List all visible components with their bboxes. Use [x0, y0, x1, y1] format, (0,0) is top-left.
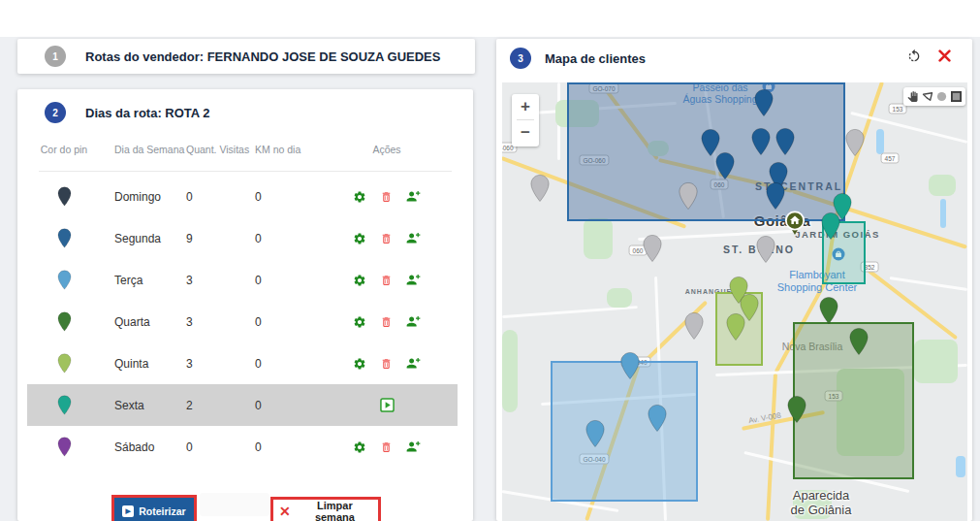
- close-map-button[interactable]: [938, 49, 951, 62]
- table-row-domingo[interactable]: Domingo00: [17, 176, 473, 217]
- table-row-segunda[interactable]: Segunda90: [17, 217, 473, 259]
- table-row-sabado[interactable]: Sábado00: [17, 426, 473, 468]
- roteirizar-label: Roteirizar: [139, 505, 185, 517]
- day-label: Sábado: [114, 440, 186, 454]
- delete-day-button[interactable]: [380, 274, 393, 287]
- actions-cell: [330, 190, 473, 204]
- rectangle-tool-button[interactable]: [951, 91, 962, 102]
- client-pin[interactable]: [679, 181, 699, 210]
- config-day-button[interactable]: [353, 315, 366, 329]
- region-terca[interactable]: [551, 361, 698, 502]
- client-pin[interactable]: [756, 235, 776, 263]
- client-pin[interactable]: [821, 212, 841, 240]
- client-pin[interactable]: [819, 296, 839, 324]
- table-row-quinta[interactable]: Quinta30: [17, 342, 473, 384]
- delete-day-button[interactable]: [380, 315, 393, 329]
- km-value: 0: [255, 232, 330, 245]
- client-pin[interactable]: [726, 312, 746, 341]
- view-route-button[interactable]: [380, 398, 395, 412]
- client-pin[interactable]: [787, 395, 807, 423]
- add-client-button[interactable]: [406, 190, 421, 203]
- client-pin[interactable]: [684, 311, 705, 340]
- step-badge-3: 3: [510, 48, 531, 69]
- client-pin[interactable]: [775, 127, 796, 155]
- pin-color-sexta: [39, 395, 89, 415]
- add-client-button[interactable]: [406, 315, 421, 328]
- table-header-divider: [39, 171, 452, 172]
- client-map[interactable]: + − Passeio das Águas ShoppingST. CENTRA…: [502, 82, 967, 521]
- delete-day-button[interactable]: [380, 357, 393, 371]
- route-days-title: Dias da rota: ROTA 2: [85, 106, 210, 120]
- panel-vendor-routes: 1 Rotas do vendedor: FERNANDO JOSE DE SO…: [17, 39, 475, 74]
- roteirizar-button[interactable]: ▶ Roteirizar: [114, 498, 194, 521]
- column-header-dia-da-semana: Dia da Semana: [114, 144, 186, 155]
- actions-cell: [330, 398, 473, 412]
- pan-tool-button[interactable]: [907, 91, 918, 102]
- limpar-annotation-box: ✕ Limpar semana: [270, 497, 381, 521]
- client-pin[interactable]: [766, 181, 786, 210]
- delete-day-button[interactable]: [380, 190, 393, 204]
- day-label: Terça: [114, 274, 186, 287]
- pin-color-quinta: [39, 353, 89, 374]
- x-icon: ✕: [279, 506, 291, 516]
- visits-count: 3: [186, 357, 255, 371]
- delete-day-button[interactable]: [380, 232, 393, 245]
- undo-button[interactable]: [906, 49, 922, 64]
- config-day-button[interactable]: [353, 440, 366, 454]
- delete-day-button[interactable]: [380, 440, 393, 454]
- column-header-acoes: Ações: [330, 144, 473, 155]
- play-icon: ▶: [122, 505, 134, 517]
- config-day-button[interactable]: [353, 274, 366, 287]
- pin-color-terca: [39, 270, 89, 290]
- add-client-button[interactable]: [406, 357, 421, 370]
- home-marker[interactable]: [784, 211, 806, 236]
- client-pin[interactable]: [585, 419, 606, 447]
- client-pin[interactable]: [754, 88, 775, 116]
- client-pin[interactable]: [530, 174, 551, 202]
- client-pin[interactable]: [648, 404, 668, 432]
- km-value: 0: [255, 190, 330, 204]
- client-pin[interactable]: [643, 234, 663, 262]
- limpar-label: Limpar semana: [298, 500, 372, 521]
- zoom-in-button[interactable]: +: [512, 94, 539, 119]
- step-badge-2: 2: [45, 102, 66, 123]
- panel-route-days: 2 Dias da rota: ROTA 2 Cor do pinDia da …: [17, 89, 473, 521]
- actions-cell: [330, 274, 473, 287]
- table-row-quarta[interactable]: Quarta30: [17, 301, 473, 342]
- zoom-out-button[interactable]: −: [512, 120, 539, 146]
- client-pin[interactable]: [620, 351, 641, 379]
- circle-tool-button[interactable]: [936, 91, 947, 102]
- map-green-area: [607, 288, 632, 308]
- map-water: [956, 456, 965, 477]
- visits-count: 0: [186, 190, 255, 204]
- add-client-button[interactable]: [406, 440, 421, 453]
- day-label: Domingo: [114, 190, 186, 204]
- roteirizar-annotation-box: ▶ Roteirizar: [111, 495, 197, 521]
- client-pin[interactable]: [849, 327, 869, 355]
- km-value: 0: [255, 357, 330, 371]
- config-day-button[interactable]: [353, 232, 366, 245]
- map-road: [766, 374, 777, 521]
- table-row-terca[interactable]: Terça30: [17, 259, 473, 301]
- close-icon: [938, 49, 951, 62]
- panel-client-map: 3 Mapa de clientes + − Passeio das Águ: [496, 39, 972, 521]
- visits-count: 3: [186, 274, 255, 287]
- polygon-tool-button[interactable]: [922, 91, 933, 102]
- actions-cell: [330, 357, 473, 371]
- visits-count: 0: [186, 440, 255, 454]
- limpar-semana-button[interactable]: ✕ Limpar semana: [273, 500, 378, 521]
- actions-cell: [330, 232, 473, 245]
- road-shield-457: 457: [881, 153, 900, 164]
- undo-icon: [906, 49, 922, 64]
- map-drawing-toolbar: [903, 87, 965, 106]
- km-value: 0: [255, 274, 330, 287]
- client-pin[interactable]: [715, 151, 736, 179]
- config-day-button[interactable]: [353, 357, 366, 371]
- table-row-sexta[interactable]: Sexta20: [17, 384, 473, 426]
- hidden-button-placeholder: [200, 493, 269, 516]
- client-pin[interactable]: [845, 128, 866, 156]
- add-client-button[interactable]: [406, 274, 421, 286]
- config-day-button[interactable]: [353, 190, 366, 204]
- add-client-button[interactable]: [406, 232, 421, 244]
- client-pin[interactable]: [751, 127, 772, 155]
